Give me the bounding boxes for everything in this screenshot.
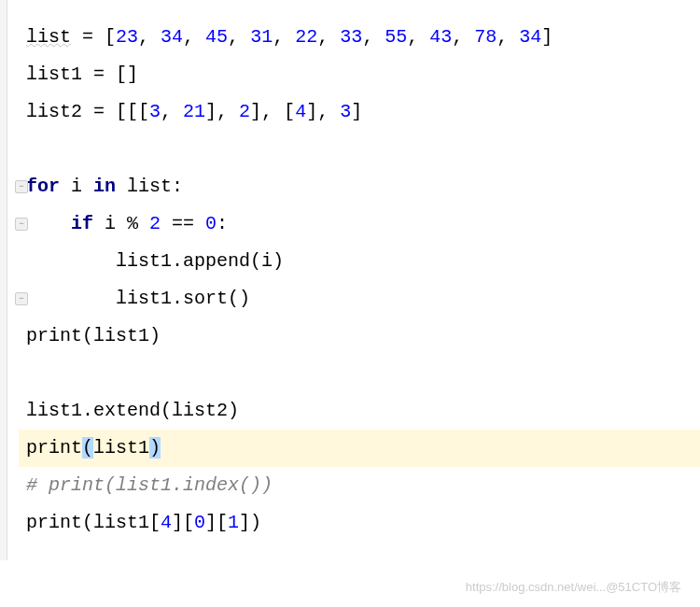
code-line[interactable]: print(list1)	[19, 318, 700, 355]
code-line[interactable]: list = [23, 34, 45, 31, 22, 33, 55, 43, …	[19, 19, 700, 56]
code-line[interactable]: list1.extend(list2)	[19, 392, 700, 430]
code-line[interactable]: list1.append(i)	[19, 243, 700, 280]
code-line[interactable]	[19, 355, 700, 392]
code-line-current[interactable]: print(list1)	[19, 430, 700, 467]
code-line[interactable]: − if i % 2 == 0:	[19, 205, 700, 243]
gutter	[0, 0, 7, 560]
code-editor: list = [23, 34, 45, 31, 22, 33, 55, 43, …	[0, 0, 700, 560]
comment: # print(list1.index())	[26, 474, 273, 496]
code-line[interactable]: − list1.sort()	[19, 280, 700, 318]
fold-icon[interactable]: −	[15, 180, 28, 193]
matched-bracket: (	[82, 437, 93, 459]
fold-icon[interactable]: −	[15, 218, 28, 231]
code-line[interactable]: print(list1[4][0][1])	[19, 504, 700, 542]
code-line[interactable]: # print(list1.index())	[19, 467, 700, 504]
code-line[interactable]: −for i in list:	[19, 168, 700, 205]
watermark: https://blog.csdn.net/wei...@51CTO博客	[466, 579, 681, 596]
code-line[interactable]: list1 = []	[19, 56, 700, 93]
matched-bracket: )	[149, 437, 161, 459]
code-line[interactable]: list2 = [[[3, 21], 2], [4], 3]	[19, 93, 700, 131]
code-line[interactable]	[19, 131, 700, 168]
var-name: list	[26, 26, 71, 48]
fold-icon[interactable]: −	[15, 292, 28, 305]
